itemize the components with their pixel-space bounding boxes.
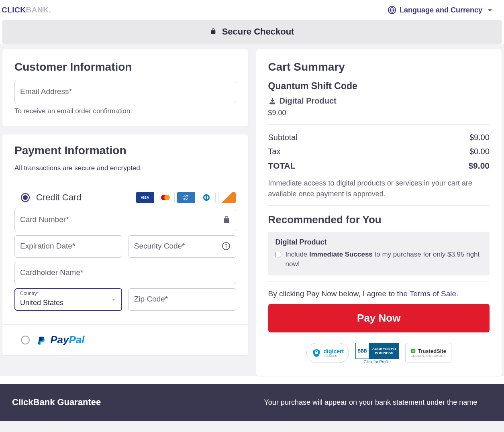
product-price: $9.00 (268, 109, 490, 117)
svg-rect-5 (206, 194, 207, 201)
logo-part1: CLICK (2, 6, 26, 14)
credit-card-label: Credit Card (36, 192, 81, 203)
total-row: TOTAL $9.00 (268, 159, 490, 173)
secure-checkout-bar: Secure Checkout (2, 20, 502, 44)
digicert-badge: digicert SECURED (306, 343, 349, 363)
expiration-field[interactable] (14, 235, 122, 258)
paypal-logo: PayPal (36, 334, 85, 346)
card-number-field[interactable] (14, 209, 236, 231)
svg-rect-9 (270, 102, 275, 103)
cart-summary-title: Cart Summary (268, 61, 490, 73)
chevron-down-icon (111, 297, 116, 304)
globe-icon (388, 6, 396, 14)
header: CLICKBANK. Language and Currency (0, 0, 504, 20)
email-help-text: To receive an email order confirmation. (14, 107, 236, 115)
cardholder-name-field[interactable] (14, 262, 236, 284)
secure-checkout-label: Secure Checkout (222, 26, 294, 37)
cart-summary-card: Cart Summary Quantum Shift Code Digital … (256, 49, 502, 376)
payment-info-card: Payment Information All transactions are… (2, 134, 248, 355)
trust-badges: digicert SECURED BBB ACCREDITED BUSINESS (268, 343, 490, 364)
logo-part2: BANK (26, 6, 49, 14)
customer-info-card: Customer Information Email Address* To r… (2, 49, 248, 126)
recommended-title: Recommended for You (268, 214, 490, 226)
bank-statement-text: Your purchase will appear on your bank s… (264, 397, 492, 408)
access-note: Immediate access to digital products or … (268, 178, 490, 200)
customer-info-title: Customer Information (14, 61, 236, 73)
security-code-field[interactable] (129, 235, 236, 258)
terms-text: By clicking Pay Now below, I agree to th… (268, 289, 490, 298)
svg-point-8 (226, 245, 226, 245)
amex-icon: AMEX (177, 192, 195, 203)
language-currency-button[interactable]: Language and Currency (388, 6, 502, 14)
guarantee-title: ClickBank Guarantee (12, 397, 240, 408)
chevron-down-icon (486, 6, 494, 14)
recommended-box: Digital Product Include Immediate Succes… (268, 232, 490, 275)
payment-info-title: Payment Information (14, 144, 236, 157)
subtotal-row: Subtotal $9.00 (268, 130, 490, 145)
discover-icon (218, 192, 236, 203)
country-value: United States (20, 299, 63, 307)
info-icon[interactable] (222, 242, 231, 252)
footer: ClickBank Guarantee Your purchase will a… (0, 384, 504, 421)
trustedsite-badge: TrustedSite SECURE CHECKOUT (405, 343, 451, 363)
recommended-checkbox[interactable] (275, 251, 282, 258)
visa-icon: VISA (136, 192, 154, 203)
zip-code-field[interactable] (129, 288, 236, 311)
language-currency-label: Language and Currency (400, 6, 482, 14)
credit-card-option[interactable]: Credit Card VISA AMEX (2, 183, 248, 209)
pay-now-button[interactable]: Pay Now (268, 304, 490, 332)
credit-card-radio[interactable] (21, 193, 30, 202)
country-select[interactable]: Country* United States (14, 288, 122, 311)
card-brand-icons: VISA AMEX (136, 192, 236, 203)
download-icon (268, 97, 276, 105)
terms-of-sale-link[interactable]: Terms of Sale (410, 289, 456, 298)
svg-point-2 (164, 195, 170, 200)
paypal-option[interactable]: PayPal (2, 325, 248, 355)
lock-icon (222, 215, 231, 226)
recommended-text: Include Immediate Success to my purchase… (285, 250, 482, 269)
mastercard-icon (157, 192, 175, 203)
lock-icon (210, 27, 216, 37)
tax-row: Tax $0.00 (268, 145, 490, 159)
email-field[interactable] (14, 81, 236, 103)
svg-rect-10 (315, 352, 318, 354)
product-name: Quantum Shift Code (268, 81, 490, 92)
diners-icon (198, 192, 216, 203)
product-type: Digital Product (268, 96, 490, 106)
logo: CLICKBANK. (2, 6, 51, 14)
payment-info-subtitle: All transactions are secure and encrypte… (14, 164, 236, 172)
paypal-radio[interactable] (21, 336, 30, 344)
recommended-product-type: Digital Product (275, 238, 483, 247)
bbb-badge[interactable]: BBB ACCREDITED BUSINESS Click for Profil… (355, 343, 399, 364)
